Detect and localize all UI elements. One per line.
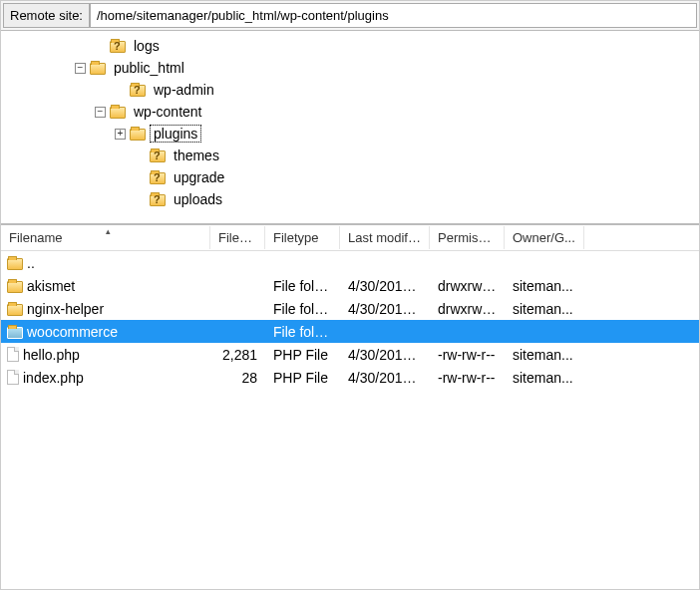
- tree-node-label[interactable]: wp-content: [130, 103, 205, 121]
- file-name: woocommerce: [27, 324, 118, 340]
- cell-permissions: drwxrwx...: [430, 276, 505, 296]
- tree-node[interactable]: +plugins: [1, 123, 699, 145]
- file-row[interactable]: woocommerceFile folder: [1, 320, 699, 343]
- folder-unknown-icon: [150, 194, 166, 206]
- cell-type: File folder: [265, 299, 340, 319]
- tree-node-label[interactable]: upgrade: [170, 168, 228, 186]
- col-filename[interactable]: Filename: [1, 226, 210, 249]
- cell-owner: siteman...: [505, 299, 584, 319]
- file-name: index.php: [23, 370, 84, 386]
- cell-owner: siteman...: [505, 345, 584, 365]
- cell-permissions: -rw-rw-r--: [430, 345, 505, 365]
- folder-unknown-icon: [150, 150, 166, 162]
- tree-node-label[interactable]: wp-admin: [150, 81, 218, 99]
- folder-icon: [7, 258, 23, 270]
- cell-owner: siteman...: [505, 368, 584, 388]
- file-name: akismet: [27, 278, 75, 294]
- cell-size: [210, 261, 265, 265]
- cell-modified: 4/30/2019 ...: [340, 276, 430, 296]
- cell-modified: 4/30/2019 ...: [340, 299, 430, 319]
- tree-node[interactable]: uploads: [1, 188, 699, 210]
- cell-permissions: [430, 261, 505, 265]
- column-headers[interactable]: Filename Filesize Filetype Last modifi..…: [1, 225, 699, 251]
- collapse-icon[interactable]: −: [95, 107, 106, 118]
- cell-type: PHP File: [265, 345, 340, 365]
- tree-node-label[interactable]: public_html: [110, 59, 188, 77]
- cell-size: [210, 330, 265, 334]
- file-name: hello.php: [23, 347, 80, 363]
- file-icon: [7, 370, 19, 385]
- folder-icon: [90, 63, 106, 75]
- folder-unknown-icon: [110, 41, 126, 53]
- folder-unknown-icon: [150, 172, 166, 184]
- cell-owner: [505, 261, 584, 265]
- folder-icon: [7, 304, 23, 316]
- col-owner[interactable]: Owner/G...: [505, 226, 584, 249]
- cell-size: [210, 284, 265, 288]
- folder-icon: [130, 129, 146, 141]
- cell-type: [265, 261, 340, 265]
- tree-node[interactable]: upgrade: [1, 166, 699, 188]
- tree-node[interactable]: wp-admin: [1, 79, 699, 101]
- tree-node-label[interactable]: themes: [170, 147, 223, 164]
- collapse-icon[interactable]: −: [75, 63, 86, 74]
- tree-node-label[interactable]: plugins: [150, 125, 201, 143]
- cell-owner: siteman...: [505, 276, 584, 296]
- file-row[interactable]: ..: [1, 251, 699, 274]
- folder-unknown-icon: [130, 85, 146, 97]
- col-filesize[interactable]: Filesize: [210, 226, 265, 249]
- tree-node[interactable]: −public_html: [1, 57, 699, 79]
- expand-icon[interactable]: +: [115, 129, 126, 140]
- cell-modified: [340, 330, 430, 334]
- cell-owner: [505, 330, 584, 334]
- remote-site-label: Remote site:: [3, 3, 90, 28]
- cell-modified: [340, 261, 430, 265]
- path-bar: Remote site:: [1, 1, 699, 31]
- directory-tree[interactable]: logs−public_htmlwp-admin−wp-content+plug…: [1, 31, 699, 225]
- folder-open-icon: [7, 327, 23, 339]
- cell-permissions: drwxrwx...: [430, 299, 505, 319]
- remote-path-input[interactable]: [90, 3, 697, 28]
- tree-node[interactable]: −wp-content: [1, 101, 699, 123]
- col-permissions[interactable]: Permissi...: [430, 226, 505, 249]
- cell-size: 2,281: [210, 345, 265, 365]
- cell-permissions: [430, 330, 505, 334]
- cell-modified: 4/30/2019 ...: [340, 345, 430, 365]
- file-row[interactable]: akismetFile folder4/30/2019 ...drwxrwx..…: [1, 274, 699, 297]
- file-row[interactable]: hello.php2,281PHP File4/30/2019 ...-rw-r…: [1, 343, 699, 366]
- cell-type: PHP File: [265, 368, 340, 388]
- tree-node-label[interactable]: uploads: [170, 190, 226, 208]
- file-row[interactable]: nginx-helperFile folder4/30/2019 ...drwx…: [1, 297, 699, 320]
- col-modified[interactable]: Last modifi...: [340, 226, 430, 249]
- cell-modified: 4/30/2019 ...: [340, 368, 430, 388]
- file-row[interactable]: index.php28PHP File4/30/2019 ...-rw-rw-r…: [1, 366, 699, 389]
- cell-size: 28: [210, 368, 265, 388]
- file-name: nginx-helper: [27, 301, 104, 317]
- file-list[interactable]: Filename Filesize Filetype Last modifi..…: [1, 225, 699, 389]
- folder-icon: [110, 107, 126, 119]
- cell-type: File folder: [265, 322, 340, 342]
- cell-size: [210, 307, 265, 311]
- tree-node[interactable]: themes: [1, 145, 699, 166]
- file-name: ..: [27, 255, 35, 271]
- cell-permissions: -rw-rw-r--: [430, 368, 505, 388]
- tree-node-label[interactable]: logs: [130, 37, 164, 55]
- tree-node[interactable]: logs: [1, 35, 699, 57]
- folder-icon: [7, 281, 23, 293]
- col-filetype[interactable]: Filetype: [265, 226, 340, 249]
- file-icon: [7, 347, 19, 362]
- cell-type: File folder: [265, 276, 340, 296]
